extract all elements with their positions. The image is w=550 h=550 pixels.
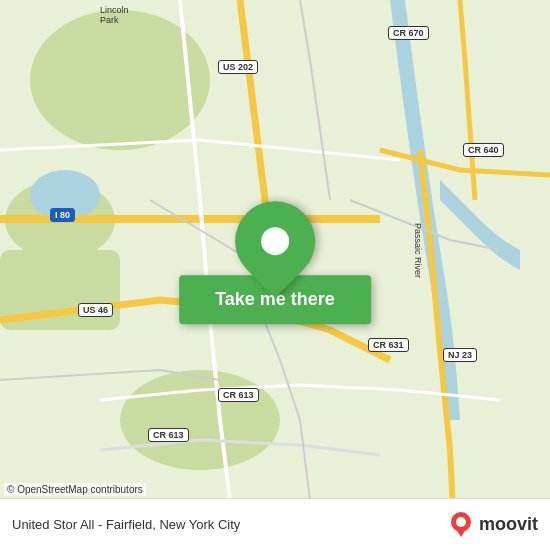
svg-point-8 [456, 517, 466, 527]
osm-attribution: © OpenStreetMap contributors [4, 483, 146, 496]
lincoln-park-label: Lincoln [100, 5, 129, 15]
svg-point-4 [120, 370, 280, 470]
highway-cr613b: CR 613 [148, 428, 189, 442]
destination-text: United Stor All - Fairfield, New York Ci… [12, 517, 240, 532]
moovit-icon [447, 511, 475, 539]
lincoln-park-label2: Park [100, 15, 119, 25]
passaic-river-label: Passaic River [413, 223, 423, 278]
moovit-logo: moovit [447, 511, 538, 539]
highway-cr613a: CR 613 [218, 388, 259, 402]
highway-cr631: CR 631 [368, 338, 409, 352]
map-container: Lincoln Park US 202 I 80 US 46 CR 670 CR… [0, 0, 550, 550]
highway-us202: US 202 [218, 60, 258, 74]
location-pin-dot [261, 227, 289, 255]
bottom-bar: United Stor All - Fairfield, New York Ci… [0, 498, 550, 550]
svg-marker-9 [456, 529, 466, 537]
highway-cr640: CR 640 [463, 143, 504, 157]
take-me-there-container: Take me there [179, 201, 371, 324]
highway-i80: I 80 [50, 208, 75, 222]
highway-cr670: CR 670 [388, 26, 429, 40]
highway-us46: US 46 [78, 303, 113, 317]
highway-nj23: NJ 23 [443, 348, 477, 362]
moovit-logo-text: moovit [479, 514, 538, 535]
